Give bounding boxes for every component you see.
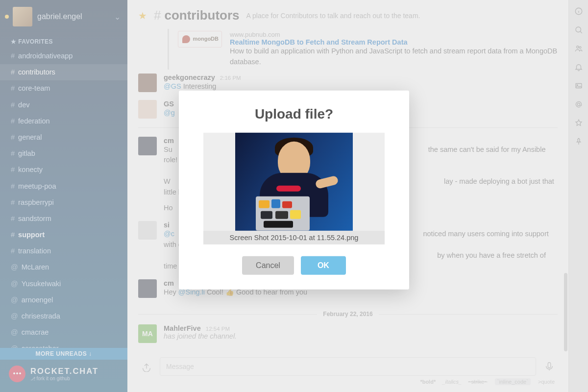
upload-preview (203, 133, 385, 231)
upload-filename: Screen Shot 2015-10-01 at 11.55.24.png (203, 231, 385, 245)
preview-image (235, 133, 353, 231)
cancel-button[interactable]: Cancel (242, 256, 294, 275)
upload-file-modal: Upload file? Screen Shot 2015-10-01 at 1… (179, 91, 409, 290)
ok-button[interactable]: OK (301, 256, 346, 275)
modal-title: Upload file? (203, 106, 385, 122)
